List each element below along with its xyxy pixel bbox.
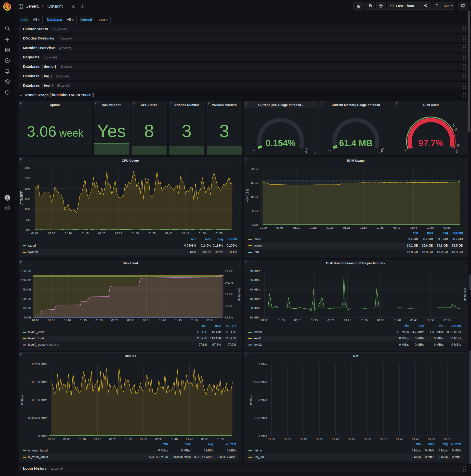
svg-text:?: ? (7, 207, 8, 209)
